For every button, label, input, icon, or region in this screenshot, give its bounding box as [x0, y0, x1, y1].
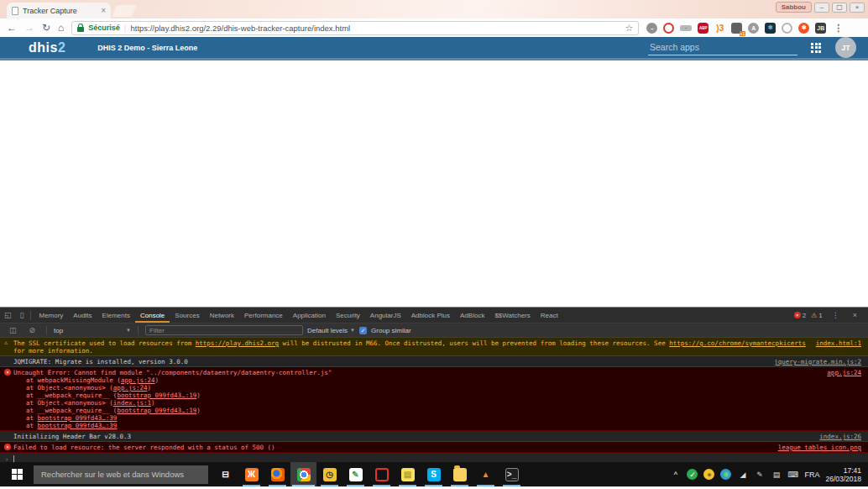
- start-button[interactable]: [0, 462, 34, 486]
- omnibox[interactable]: Sécurisé | https://play.dhis2.org/2.29/d…: [71, 21, 639, 35]
- inspect-element-icon[interactable]: ◱: [0, 311, 16, 319]
- taskbar-search-input[interactable]: [34, 465, 208, 484]
- console-link[interactable]: https://g.co/chrome/symantecpkicerts: [669, 339, 806, 347]
- minimize-button[interactable]: –: [814, 3, 829, 13]
- console-warning-count[interactable]: ⚠1: [811, 312, 823, 319]
- devtools-tab-application[interactable]: Application: [288, 308, 331, 323]
- console-link[interactable]: bootstrap 099fd43…:39: [38, 422, 118, 429]
- tray-pen-icon[interactable]: ✎: [754, 469, 765, 480]
- firefox-icon[interactable]: [264, 462, 290, 486]
- device-toolbar-icon[interactable]: ▯: [16, 311, 29, 319]
- devtools-tab-performance[interactable]: Performance: [239, 308, 288, 323]
- skype-icon[interactable]: S: [421, 462, 447, 486]
- console-source-link[interactable]: jquery-migrate.min.js:2: [774, 358, 861, 365]
- windows-store-icon[interactable]: ⊟: [212, 462, 238, 486]
- gray-a-circle-extension-icon[interactable]: A: [748, 23, 759, 34]
- url-text[interactable]: https://play.dhis2.org/2.29/dhis-web-tra…: [130, 24, 620, 33]
- forward-icon[interactable]: →: [24, 23, 34, 33]
- devtools-tab-angularjs[interactable]: AngularJS: [365, 308, 406, 323]
- context-selector[interactable]: top▼: [54, 327, 131, 334]
- devtools-tab-audits[interactable]: Audits: [68, 308, 97, 323]
- devtools-tab-security[interactable]: Security: [331, 308, 365, 323]
- devtools-tab-elements[interactable]: Elements: [97, 308, 135, 323]
- back-icon[interactable]: ←: [7, 23, 17, 33]
- xampp-icon[interactable]: Ж: [238, 462, 264, 486]
- console-source-link[interactable]: league tables icon.png: [778, 444, 861, 451]
- language-indicator[interactable]: FRA: [804, 471, 819, 479]
- console-link[interactable]: app.js:24: [121, 376, 155, 384]
- devtools-tab-adblock-plus[interactable]: Adblock Plus: [406, 308, 455, 323]
- console-message-text: JQMIGRATE: Migrate is installed, version…: [13, 358, 764, 365]
- dhis-logo[interactable]: dhis2: [29, 40, 65, 55]
- dhis-logo-text: dhis: [29, 40, 58, 55]
- taskbar-clock[interactable]: 17:41 26/03/2018: [825, 466, 861, 483]
- maximize-button[interactable]: ▢: [832, 3, 847, 13]
- profile-chip[interactable]: Sabbou: [776, 2, 812, 13]
- tray-antivirus-icon[interactable]: ✓: [687, 469, 698, 480]
- plus-one-badge-extension-icon[interactable]: +1: [731, 23, 742, 34]
- clear-console-icon[interactable]: ⊘: [25, 326, 40, 334]
- error-icon: ×: [4, 369, 13, 376]
- devtools-tab-react[interactable]: React: [536, 308, 563, 323]
- devtools-tab-adblock[interactable]: AdBlock: [455, 308, 489, 323]
- adblock-plus-extension-icon[interactable]: ABP: [698, 23, 709, 34]
- sticky-notes-icon[interactable]: ▤: [395, 462, 421, 486]
- devtools-close-icon[interactable]: ×: [849, 311, 861, 319]
- bookmark-star-icon[interactable]: ☆: [625, 23, 633, 34]
- home-icon[interactable]: ⌂: [58, 23, 64, 33]
- log-levels-label: Default levels: [307, 327, 348, 334]
- reload-icon[interactable]: ↻: [42, 23, 50, 33]
- tray-keyboard-icon[interactable]: ⌨: [787, 469, 798, 480]
- tray-expand-icon[interactable]: ^: [670, 469, 681, 480]
- chrome-icon[interactable]: [290, 462, 316, 486]
- gray-pill-extension-icon[interactable]: ▪▪: [680, 25, 692, 31]
- log-levels-dropdown[interactable]: Default levels▼: [307, 327, 355, 334]
- console-link[interactable]: bootstrap 099fd43…:19: [117, 407, 196, 414]
- console-link[interactable]: https://play.dhis2.org: [196, 339, 279, 347]
- console-sidebar-icon[interactable]: ◫: [5, 326, 21, 334]
- console-prompt[interactable]: ›: [0, 453, 868, 462]
- devtools-tab-sources[interactable]: Sources: [170, 308, 204, 323]
- devtools-tab-network[interactable]: Network: [205, 308, 239, 323]
- file-explorer-icon[interactable]: [447, 462, 473, 486]
- tray-network-icon[interactable]: ◢: [737, 469, 748, 480]
- tray-color-wheel-icon[interactable]: ❋: [720, 469, 731, 480]
- console-filter-input[interactable]: [145, 325, 303, 335]
- console-link[interactable]: bootstrap 099fd43…:19: [117, 392, 196, 399]
- vlc-icon[interactable]: ▲: [473, 462, 499, 486]
- orange-d3-extension-icon[interactable]: )3: [714, 23, 725, 34]
- avatar[interactable]: JT: [835, 37, 856, 58]
- console-source-link[interactable]: app.js:24: [827, 369, 861, 376]
- screen: Tracker Capture × Sabbou – ▢ × ← → ↻ ⌂ S…: [0, 0, 868, 489]
- devtools-menu-icon[interactable]: ⋮: [828, 311, 844, 319]
- close-button[interactable]: ×: [850, 3, 865, 13]
- browser-menu-icon[interactable]: ⋮: [834, 23, 843, 34]
- devtools-tab--watchers[interactable]: $$Watchers: [489, 308, 535, 323]
- console-link[interactable]: index.js:1: [113, 399, 151, 407]
- apps-grid-icon[interactable]: [811, 43, 821, 53]
- group-similar-checkbox[interactable]: ✓: [359, 327, 367, 334]
- search-apps-input[interactable]: [648, 40, 797, 55]
- console-error-count[interactable]: ×2: [794, 312, 806, 319]
- red-ring-extension-icon[interactable]: [663, 23, 674, 34]
- tray-notes-icon[interactable]: ▤: [771, 469, 782, 480]
- console-link[interactable]: app.js:24: [113, 384, 148, 392]
- console-source-link[interactable]: index.js:26: [819, 433, 861, 440]
- opera-icon[interactable]: [369, 462, 395, 486]
- jb-square-extension-icon[interactable]: JB: [815, 23, 826, 34]
- browser-tab[interactable]: Tracker Capture ×: [7, 3, 111, 18]
- new-tab-button[interactable]: [112, 5, 138, 17]
- alarm-clock-icon[interactable]: ◷: [316, 462, 342, 486]
- gray-circle-extension-icon[interactable]: ◒: [646, 23, 657, 34]
- console-source-link[interactable]: index.html:1: [816, 339, 861, 347]
- tab-close-icon[interactable]: ×: [101, 7, 106, 15]
- tray-yellow-icon[interactable]: ●: [703, 469, 714, 480]
- gray-ring-extension-icon[interactable]: [782, 23, 792, 34]
- photo-editor-icon[interactable]: ✎: [342, 462, 369, 486]
- devtools-tab-memory[interactable]: Memory: [34, 308, 68, 323]
- orange-x-circle-extension-icon[interactable]: ✱: [798, 23, 809, 34]
- console-link[interactable]: bootstrap 099fd43…:39: [38, 414, 118, 422]
- command-prompt-icon[interactable]: >_: [499, 462, 525, 486]
- dark-blue-cog-extension-icon[interactable]: ✱: [765, 23, 776, 34]
- devtools-tab-console[interactable]: Console: [135, 308, 170, 323]
